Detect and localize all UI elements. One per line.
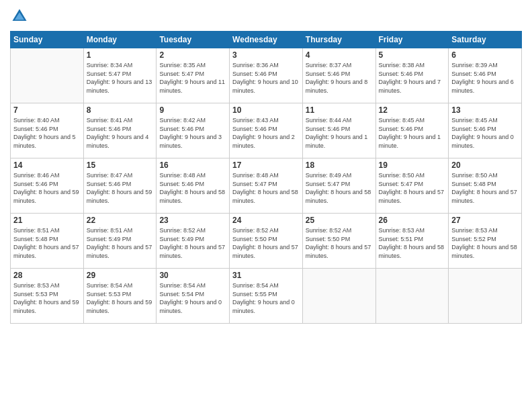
calendar-cell: 30Sunrise: 8:54 AMSunset: 5:54 PMDayligh… (157, 269, 230, 324)
calendar-cell: 21Sunrise: 8:51 AMSunset: 5:48 PMDayligh… (11, 214, 84, 269)
day-number: 30 (159, 271, 226, 280)
calendar-week-5: 28Sunrise: 8:53 AMSunset: 5:53 PMDayligh… (11, 269, 522, 324)
day-number: 7 (13, 105, 81, 115)
day-number: 29 (87, 271, 154, 280)
calendar-cell: 26Sunrise: 8:53 AMSunset: 5:51 PMDayligh… (375, 214, 449, 269)
day-number: 24 (232, 216, 300, 225)
day-info: Sunrise: 8:49 AMSunset: 5:47 PMDaylight:… (306, 171, 373, 205)
day-number: 18 (306, 161, 373, 170)
day-number: 3 (232, 50, 300, 60)
day-number: 20 (451, 161, 519, 170)
day-number: 21 (13, 216, 81, 225)
day-info: Sunrise: 8:53 AMSunset: 5:53 PMDaylight:… (13, 281, 81, 315)
calendar-cell: 16Sunrise: 8:48 AMSunset: 5:46 PMDayligh… (157, 158, 230, 214)
weekday-header-thursday: Thursday (302, 32, 375, 48)
day-info: Sunrise: 8:38 AMSunset: 5:46 PMDaylight:… (379, 61, 446, 95)
calendar-cell: 25Sunrise: 8:52 AMSunset: 5:50 PMDayligh… (302, 214, 375, 269)
day-info: Sunrise: 8:50 AMSunset: 5:48 PMDaylight:… (451, 171, 519, 205)
day-number: 14 (13, 161, 81, 170)
day-info: Sunrise: 8:51 AMSunset: 5:48 PMDaylight:… (13, 226, 81, 260)
day-info: Sunrise: 8:48 AMSunset: 5:47 PMDaylight:… (232, 171, 300, 205)
calendar-week-3: 14Sunrise: 8:46 AMSunset: 5:46 PMDayligh… (11, 158, 522, 214)
day-number: 12 (379, 105, 446, 115)
day-info: Sunrise: 8:45 AMSunset: 5:46 PMDaylight:… (379, 116, 446, 150)
calendar-week-4: 21Sunrise: 8:51 AMSunset: 5:48 PMDayligh… (11, 214, 522, 269)
calendar-cell (302, 269, 375, 324)
day-number: 6 (451, 50, 519, 60)
day-info: Sunrise: 8:42 AMSunset: 5:46 PMDaylight:… (159, 116, 226, 150)
weekday-header-monday: Monday (83, 32, 157, 48)
day-info: Sunrise: 8:41 AMSunset: 5:46 PMDaylight:… (87, 116, 154, 150)
day-info: Sunrise: 8:54 AMSunset: 5:55 PMDaylight:… (232, 281, 300, 315)
day-number: 11 (306, 105, 373, 115)
calendar-cell: 10Sunrise: 8:43 AMSunset: 5:46 PMDayligh… (230, 103, 303, 158)
weekday-header-saturday: Saturday (449, 32, 522, 48)
calendar-cell: 8Sunrise: 8:41 AMSunset: 5:46 PMDaylight… (83, 103, 157, 158)
day-number: 1 (87, 50, 154, 60)
calendar-week-2: 7Sunrise: 8:40 AMSunset: 5:46 PMDaylight… (11, 103, 522, 158)
calendar-cell: 18Sunrise: 8:49 AMSunset: 5:47 PMDayligh… (302, 158, 375, 214)
calendar-cell: 7Sunrise: 8:40 AMSunset: 5:46 PMDaylight… (11, 103, 84, 158)
weekday-header-wednesday: Wednesday (230, 32, 303, 48)
day-number: 17 (232, 161, 300, 170)
day-info: Sunrise: 8:39 AMSunset: 5:46 PMDaylight:… (451, 61, 519, 95)
calendar-table: SundayMondayTuesdayWednesdayThursdayFrid… (10, 31, 522, 324)
day-number: 5 (379, 50, 446, 60)
day-info: Sunrise: 8:54 AMSunset: 5:53 PMDaylight:… (87, 281, 154, 315)
weekday-header-sunday: Sunday (11, 32, 84, 48)
day-number: 23 (159, 216, 226, 225)
day-info: Sunrise: 8:47 AMSunset: 5:46 PMDaylight:… (87, 171, 154, 205)
calendar-cell: 13Sunrise: 8:45 AMSunset: 5:46 PMDayligh… (449, 103, 522, 158)
calendar-cell: 14Sunrise: 8:46 AMSunset: 5:46 PMDayligh… (11, 158, 84, 214)
calendar-cell (449, 269, 522, 324)
day-info: Sunrise: 8:43 AMSunset: 5:46 PMDaylight:… (232, 116, 300, 150)
calendar-cell (375, 269, 449, 324)
calendar-cell: 2Sunrise: 8:35 AMSunset: 5:47 PMDaylight… (157, 48, 230, 103)
day-info: Sunrise: 8:45 AMSunset: 5:46 PMDaylight:… (451, 116, 519, 150)
day-info: Sunrise: 8:37 AMSunset: 5:46 PMDaylight:… (306, 61, 373, 95)
calendar-cell: 9Sunrise: 8:42 AMSunset: 5:46 PMDaylight… (157, 103, 230, 158)
day-number: 25 (306, 216, 373, 225)
weekday-header-friday: Friday (375, 32, 449, 48)
day-number: 26 (379, 216, 446, 225)
day-number: 13 (451, 105, 519, 115)
calendar-cell: 31Sunrise: 8:54 AMSunset: 5:55 PMDayligh… (230, 269, 303, 324)
calendar-cell: 22Sunrise: 8:51 AMSunset: 5:49 PMDayligh… (83, 214, 157, 269)
calendar-cell: 23Sunrise: 8:52 AMSunset: 5:49 PMDayligh… (157, 214, 230, 269)
day-info: Sunrise: 8:51 AMSunset: 5:49 PMDaylight:… (87, 226, 154, 260)
day-info: Sunrise: 8:48 AMSunset: 5:46 PMDaylight:… (159, 171, 226, 205)
calendar-cell: 28Sunrise: 8:53 AMSunset: 5:53 PMDayligh… (11, 269, 84, 324)
day-info: Sunrise: 8:52 AMSunset: 5:50 PMDaylight:… (306, 226, 373, 260)
day-number: 19 (379, 161, 446, 170)
day-info: Sunrise: 8:53 AMSunset: 5:51 PMDaylight:… (379, 226, 446, 260)
day-info: Sunrise: 8:54 AMSunset: 5:54 PMDaylight:… (159, 281, 226, 315)
calendar-header-row: SundayMondayTuesdayWednesdayThursdayFrid… (11, 32, 522, 48)
day-number: 16 (159, 161, 226, 170)
day-number: 2 (159, 50, 226, 60)
day-number: 22 (87, 216, 154, 225)
calendar-cell: 11Sunrise: 8:44 AMSunset: 5:46 PMDayligh… (302, 103, 375, 158)
calendar-cell: 5Sunrise: 8:38 AMSunset: 5:46 PMDaylight… (375, 48, 449, 103)
calendar-cell: 17Sunrise: 8:48 AMSunset: 5:47 PMDayligh… (230, 158, 303, 214)
calendar-cell: 27Sunrise: 8:53 AMSunset: 5:52 PMDayligh… (449, 214, 522, 269)
day-number: 28 (13, 271, 81, 280)
day-info: Sunrise: 8:40 AMSunset: 5:46 PMDaylight:… (13, 116, 81, 150)
calendar-cell (11, 48, 84, 103)
day-number: 9 (159, 105, 226, 115)
calendar-cell: 29Sunrise: 8:54 AMSunset: 5:53 PMDayligh… (83, 269, 157, 324)
day-info: Sunrise: 8:50 AMSunset: 5:47 PMDaylight:… (379, 171, 446, 205)
day-number: 31 (232, 271, 300, 280)
day-info: Sunrise: 8:53 AMSunset: 5:52 PMDaylight:… (451, 226, 519, 260)
calendar-cell: 19Sunrise: 8:50 AMSunset: 5:47 PMDayligh… (375, 158, 449, 214)
calendar-cell: 1Sunrise: 8:34 AMSunset: 5:47 PMDaylight… (83, 48, 157, 103)
day-info: Sunrise: 8:36 AMSunset: 5:46 PMDaylight:… (232, 61, 300, 95)
page: SundayMondayTuesdayWednesdayThursdayFrid… (0, 0, 532, 411)
day-number: 27 (451, 216, 519, 225)
calendar-cell: 20Sunrise: 8:50 AMSunset: 5:48 PMDayligh… (449, 158, 522, 214)
day-number: 10 (232, 105, 300, 115)
calendar-cell: 12Sunrise: 8:45 AMSunset: 5:46 PMDayligh… (375, 103, 449, 158)
calendar-cell: 6Sunrise: 8:39 AMSunset: 5:46 PMDaylight… (449, 48, 522, 103)
calendar-cell: 15Sunrise: 8:47 AMSunset: 5:46 PMDayligh… (83, 158, 157, 214)
day-info: Sunrise: 8:46 AMSunset: 5:46 PMDaylight:… (13, 171, 81, 205)
day-info: Sunrise: 8:52 AMSunset: 5:50 PMDaylight:… (232, 226, 300, 260)
